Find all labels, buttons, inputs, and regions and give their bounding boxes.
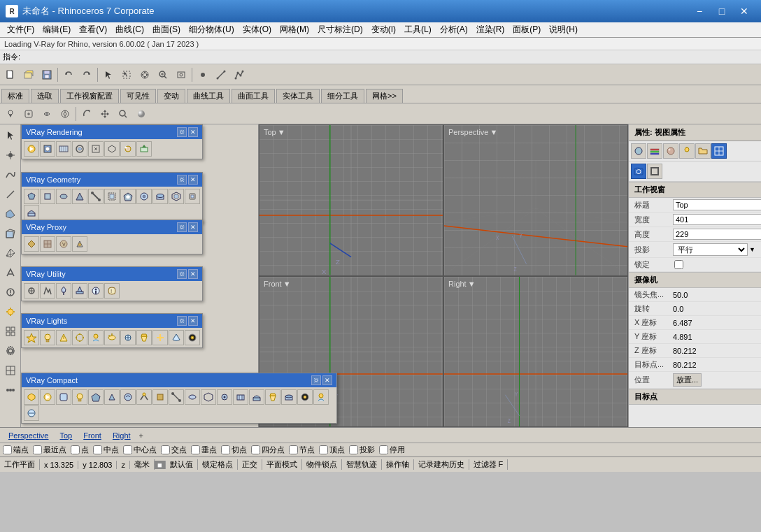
tab-transform[interactable]: 变动	[157, 89, 185, 103]
viewport-perspective[interactable]: Z Y X Perspective ▼	[443, 124, 628, 276]
vc-btn-17[interactable]	[281, 389, 297, 405]
snap-project-check[interactable]	[349, 445, 358, 454]
vg-btn-6[interactable]	[104, 189, 120, 204]
prop-select-projection[interactable]: 平行 透视	[673, 243, 748, 256]
vc-btn-13[interactable]	[217, 389, 232, 405]
vc-btn-8[interactable]	[136, 389, 152, 405]
vray-render-btn-8[interactable]	[136, 141, 152, 157]
vray-proxy-close[interactable]: ✕	[188, 222, 198, 232]
vc-btn-2[interactable]	[40, 389, 55, 405]
tab-subd-tools[interactable]: 细分工具	[321, 89, 364, 103]
vl-btn-4[interactable]	[72, 330, 87, 345]
snap-endpoint-check[interactable]	[3, 445, 12, 454]
vl-btn-7[interactable]	[120, 330, 136, 345]
vray-render-btn-6[interactable]	[104, 141, 120, 157]
vu-btn-3[interactable]	[56, 283, 71, 299]
side-misc[interactable]	[1, 381, 20, 399]
vray-lights-header[interactable]: VRay Lights ⛭ ✕	[22, 314, 202, 328]
viewport-top[interactable]: Z X Top ▼	[259, 124, 443, 276]
prop-tb-material[interactable]	[663, 143, 678, 159]
vray-lights-settings[interactable]: ⛭	[177, 316, 187, 326]
vu-btn-6[interactable]: !	[104, 283, 120, 299]
tab-curve-tools[interactable]: 曲线工具	[187, 89, 230, 103]
maximize-button[interactable]: □	[711, 0, 733, 22]
snap-center-check[interactable]	[123, 445, 132, 454]
vray-render-btn-3[interactable]	[56, 141, 71, 157]
tab-front[interactable]: Front	[78, 430, 107, 441]
snap-perp-check[interactable]	[191, 445, 200, 454]
vg-btn-8[interactable]	[136, 189, 152, 204]
vu-btn-5[interactable]	[88, 283, 104, 299]
tb2-3[interactable]	[38, 106, 55, 122]
vc-btn-10[interactable]	[169, 389, 184, 405]
vl-btn-11[interactable]	[185, 330, 200, 345]
vg-btn-12[interactable]	[24, 205, 39, 220]
menu-dim[interactable]: 尺寸标注(D)	[313, 22, 367, 37]
vray-rendering-close[interactable]: ✕	[188, 127, 198, 137]
status-gumball[interactable]: 操作轴	[382, 459, 414, 470]
side-point[interactable]	[1, 146, 20, 164]
menu-surface[interactable]: 曲面(S)	[148, 22, 185, 37]
vc-btn-7[interactable]	[120, 389, 136, 405]
tb-save[interactable]	[38, 66, 55, 83]
menu-subd[interactable]: 细分物体(U)	[185, 22, 239, 37]
vu-btn-4[interactable]	[72, 283, 87, 299]
command-input[interactable]	[23, 53, 758, 62]
vg-btn-2[interactable]	[40, 189, 55, 204]
vc-btn-11[interactable]	[185, 389, 200, 405]
vu-btn-1[interactable]	[24, 283, 39, 299]
tb2-2[interactable]	[20, 106, 37, 122]
prop-input-height[interactable]	[673, 229, 761, 240]
side-curve[interactable]	[1, 166, 20, 184]
tb-zoom[interactable]	[155, 66, 171, 83]
vray-geometry-header[interactable]: VRay Geometry ⛭ ✕	[22, 173, 202, 187]
menu-mesh[interactable]: 网格(M)	[276, 22, 313, 37]
tab-surface-tools[interactable]: 曲面工具	[232, 89, 275, 103]
snap-tangent-check[interactable]	[221, 445, 230, 454]
menu-curve[interactable]: 曲线(C)	[111, 22, 148, 37]
menu-help[interactable]: 说明(H)	[545, 22, 582, 37]
tab-visibility[interactable]: 可见性	[120, 89, 156, 103]
status-grid-lock[interactable]: 锁定格点	[198, 459, 238, 470]
vray-utility-close[interactable]: ✕	[188, 269, 198, 279]
tab-mesh[interactable]: 网格>>	[366, 89, 403, 103]
vray-rendering-header[interactable]: VRay Rendering ⛭ ✕	[22, 125, 202, 139]
vp-right-arrow[interactable]: ▼	[468, 280, 476, 288]
vc-btn-14[interactable]	[233, 389, 248, 405]
vc-btn-5[interactable]	[88, 389, 104, 405]
prop-tb-view-rect[interactable]	[647, 164, 662, 179]
prop-tb-viewport[interactable]	[711, 143, 727, 159]
tb-new[interactable]	[2, 66, 19, 83]
status-ortho[interactable]: 正交	[238, 459, 262, 470]
side-view-toggle[interactable]	[1, 361, 20, 380]
tab-solid-tools[interactable]: 实体工具	[276, 89, 320, 103]
vc-btn-20[interactable]	[24, 405, 39, 421]
tb-line[interactable]	[213, 66, 229, 83]
vg-btn-11[interactable]	[185, 189, 200, 204]
tab-perspective[interactable]: Perspective	[3, 430, 54, 441]
vl-btn-5[interactable]	[88, 330, 104, 345]
tab-top[interactable]: Top	[54, 430, 78, 441]
tb-select[interactable]	[100, 66, 117, 83]
vray-render-btn-5[interactable]	[88, 141, 104, 157]
snap-midpoint-check[interactable]	[93, 445, 102, 454]
vp-top-arrow[interactable]: ▼	[278, 128, 285, 136]
vg-btn-5[interactable]	[88, 189, 104, 204]
close-button[interactable]: ✕	[733, 0, 755, 22]
side-transform[interactable]	[1, 264, 20, 282]
vray-render-btn-2[interactable]	[40, 141, 55, 157]
vray-compact-settings[interactable]: ⛭	[311, 375, 321, 385]
tb-undo[interactable]	[60, 66, 77, 83]
vray-compact-header[interactable]: VRay Compact ⛭ ✕	[22, 373, 336, 387]
tb2-4[interactable]	[57, 106, 73, 122]
vp-btn-2[interactable]	[40, 236, 55, 252]
side-select[interactable]	[1, 127, 20, 145]
tb2-1[interactable]	[2, 106, 19, 122]
snap-vertex-check[interactable]	[319, 445, 328, 454]
menu-render[interactable]: 渲染(R)	[472, 22, 509, 37]
vl-btn-8[interactable]	[136, 330, 152, 345]
tb-polyline[interactable]	[231, 66, 248, 83]
menu-solid[interactable]: 实体(O)	[239, 22, 276, 37]
tb-redo[interactable]	[78, 66, 95, 83]
prop-btn-place[interactable]: 放置...	[673, 373, 702, 387]
